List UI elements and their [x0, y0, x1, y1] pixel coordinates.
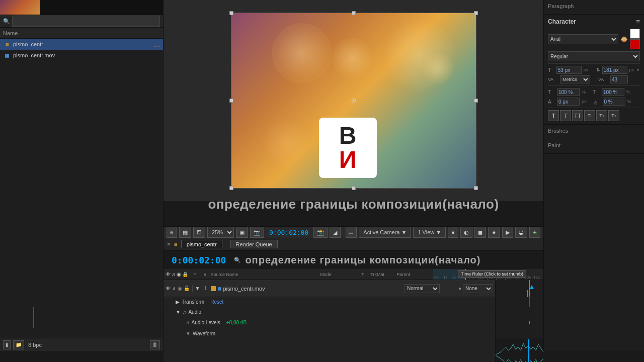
bold-btn[interactable]: T: [548, 110, 559, 121]
font-family-select[interactable]: Arial: [548, 34, 618, 44]
waveform-display-row: Waveform: [164, 339, 543, 362]
handle-bl[interactable]: [229, 186, 233, 190]
style-row: Regular: [548, 51, 640, 61]
handle-bm[interactable]: [352, 186, 356, 190]
baseline-icon: A: [548, 99, 555, 105]
region-btn[interactable]: ▣: [236, 227, 248, 238]
handle-tm[interactable]: [352, 11, 356, 15]
kern-icon: VA: [548, 77, 558, 82]
viewer-grid-btn[interactable]: ▦: [179, 227, 191, 238]
superscript-btn[interactable]: T1: [596, 110, 607, 121]
layer-effect-icon[interactable]: ●: [458, 286, 461, 291]
layer-timeline-area: [496, 280, 543, 297]
new-item-btn[interactable]: ▮: [3, 340, 11, 349]
comp-item-label: pismo_centr: [13, 41, 43, 47]
eyedropper-icon[interactable]: 🐵: [620, 36, 628, 43]
leading-input[interactable]: [602, 66, 627, 74]
horiz-scale-input[interactable]: [602, 88, 624, 96]
reset-view-btn[interactable]: ◒: [515, 227, 527, 238]
add-view-btn[interactable]: +: [529, 227, 540, 238]
kf-marker: [529, 321, 530, 324]
all-caps-btn[interactable]: TT: [572, 110, 583, 121]
name-column-header: Name: [3, 30, 18, 36]
layer-solo-btn[interactable]: ◉: [178, 286, 182, 291]
layer-divider: [192, 285, 193, 292]
transform-expand-btn[interactable]: ▶: [176, 299, 180, 305]
view-mode-btn[interactable]: 1 View ▼: [413, 227, 446, 238]
viewer-monitor-btn[interactable]: ⎈: [167, 227, 177, 238]
lock-toggle[interactable]: 🔒: [182, 272, 188, 277]
italic-btn[interactable]: T: [560, 110, 571, 121]
handle-ml[interactable]: [229, 99, 233, 103]
project-item-comp[interactable]: ■ pismo_centr ⎯ ⎯: [0, 39, 163, 50]
viewer-toolbar: ⎈ ▦ ⚃ 25% ▣ 📷 0:00:02:00 📸 ◢ ▱ Active Ca…: [164, 226, 543, 238]
fill-color-box[interactable]: [630, 29, 640, 39]
playhead-marker: [530, 285, 534, 289]
layer-parent-select[interactable]: None: [463, 284, 493, 293]
checker-btn[interactable]: ▱: [346, 227, 357, 238]
font-size-icon: T: [548, 67, 554, 73]
search-input[interactable]: [12, 16, 160, 27]
waveform-label-row: ▼ Waveform: [164, 328, 543, 339]
small-caps-btn[interactable]: Tt: [584, 110, 595, 121]
delete-btn[interactable]: 🗑: [150, 340, 160, 349]
panel-menu-icon[interactable]: ≡: [636, 18, 640, 26]
switch-btn2[interactable]: ◐: [460, 227, 472, 238]
render-btn[interactable]: ★: [488, 227, 500, 238]
solo-toggle[interactable]: ◉: [177, 272, 181, 277]
character-section: Character ≡ Arial 🐵 Regular: [544, 15, 644, 125]
vert-scale-input[interactable]: [557, 88, 580, 96]
font-style-select[interactable]: Regular: [548, 51, 640, 61]
layer-audio-btn[interactable]: ♬: [172, 286, 176, 291]
playhead-1: [529, 280, 530, 297]
size-leading-row: T px ⇅ px ▼: [548, 66, 640, 74]
grid-overlay-btn[interactable]: ◼: [474, 227, 486, 238]
reset-label[interactable]: Reset: [210, 299, 223, 305]
tooltip-container: Time Ruler (Click to set thumb): [458, 270, 526, 278]
baseline-input[interactable]: [557, 98, 580, 106]
kern-method-select[interactable]: Metrics: [560, 75, 590, 83]
waveform-label-timeline: [496, 328, 543, 339]
snapshot-btn[interactable]: 📷: [250, 227, 264, 238]
audio-levels-label: Audio Levels: [192, 320, 220, 325]
tsumi-input[interactable]: [603, 98, 625, 106]
handle-br[interactable]: [474, 186, 478, 190]
active-camera-btn[interactable]: Active Camera ▼: [359, 227, 411, 238]
viewer-fit-btn[interactable]: ⚃: [193, 227, 205, 238]
tab-comp[interactable]: pismo_centr: [181, 240, 222, 248]
subtitle-text: определение границы композиции(начало): [208, 197, 499, 212]
brushes-section: Brushes: [544, 125, 644, 139]
left-panel: 🔍 Name ■ pismo_centr ⎯ ⎯ ◼ pismo_centr.m…: [0, 0, 164, 351]
layer-lock-btn[interactable]: 🔓: [184, 286, 190, 291]
eye-toggle[interactable]: 👁: [166, 272, 171, 277]
transform-controls: ▶ Transform Reset: [164, 297, 496, 307]
subscript-btn[interactable]: T1: [608, 110, 619, 121]
ruler[interactable]: Time Ruler (Click to set thumb) 0s 1s 2s…: [433, 269, 541, 280]
layer-mode-select[interactable]: Normal: [405, 284, 440, 293]
layer-eye-btn[interactable]: 👁: [166, 286, 171, 291]
tab-render-queue[interactable]: Render Queue: [230, 240, 278, 248]
handle-tr[interactable]: [474, 11, 478, 15]
audio-label: Audio: [188, 309, 201, 315]
waveform-expand-icon[interactable]: ▼: [186, 331, 191, 336]
comp-icon: ■: [3, 40, 11, 48]
layer-expand-btn[interactable]: ▼: [195, 286, 200, 291]
camera-snapshot-btn[interactable]: 📸: [313, 227, 328, 238]
baseline-unit: px: [582, 99, 587, 104]
stroke-color-box[interactable]: [630, 39, 640, 49]
project-item-footage[interactable]: ◼ pismo_centr.mov: [0, 50, 163, 61]
font-size-input[interactable]: [556, 66, 582, 74]
tracking-input[interactable]: [610, 75, 628, 83]
handle-mr[interactable]: [474, 99, 478, 103]
search-timeline-icon[interactable]: 🔍: [234, 257, 241, 263]
layer-type-icon: ◼: [217, 286, 221, 291]
fast-preview-btn[interactable]: ▶: [502, 227, 513, 238]
close-icon[interactable]: ✕: [167, 241, 171, 247]
folder-btn[interactable]: 📁: [13, 340, 24, 349]
audio-expand-btn[interactable]: ▼: [176, 309, 181, 315]
motion-blur-btn[interactable]: ◢: [330, 227, 341, 238]
switch-btn1[interactable]: ●: [448, 227, 458, 238]
audio-toggle[interactable]: ♬: [172, 272, 176, 277]
zoom-select[interactable]: 25%: [207, 227, 234, 238]
handle-tl[interactable]: [229, 11, 233, 15]
